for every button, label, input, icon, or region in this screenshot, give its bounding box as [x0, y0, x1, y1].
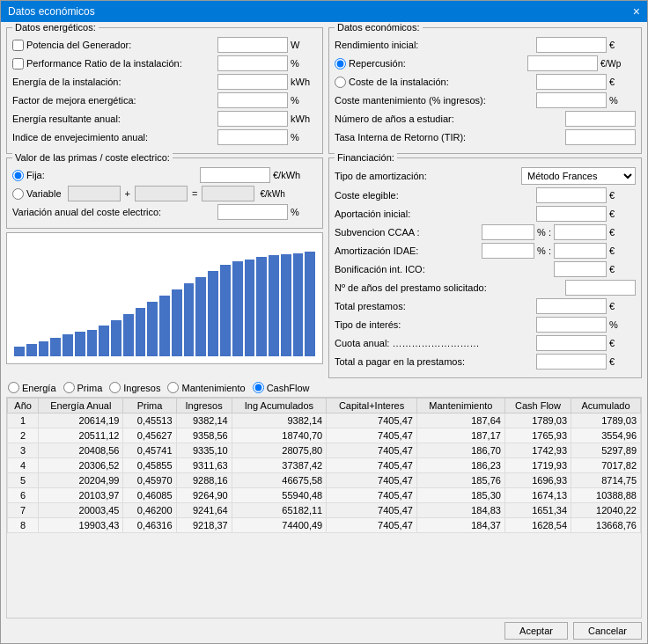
coste-mant-row: Coste mantenimiento (% ingresos): 2,00 % — [335, 92, 636, 108]
chart-radio-energía[interactable] — [8, 382, 19, 393]
chart-radio-prima[interactable] — [63, 382, 75, 393]
potencia-checkbox-label[interactable]: Potencia del Generador: — [12, 40, 217, 51]
repercusion-unit: €/Wp — [600, 59, 636, 69]
coste-eleg-label: Coste elegible: — [335, 190, 536, 201]
num-anos-prest-label: Nº de años del prestamo solicitado: — [335, 282, 565, 293]
coste-inst-radio-label[interactable]: Coste de la instalación: — [335, 77, 536, 88]
chart-radio-ingresos[interactable] — [109, 382, 121, 393]
num-anos-input[interactable]: 25,00 — [565, 111, 636, 127]
tir-input[interactable]: 0,93 — [565, 129, 636, 145]
table-cell: 7405,47 — [327, 458, 417, 473]
coste-inst-input[interactable]: 95154,80 — [536, 74, 607, 90]
data-table: AñoEnergía AnualPrimaIngresosIng Acumula… — [7, 398, 641, 533]
radio-option-energía[interactable]: Energía — [8, 382, 56, 393]
chart-area — [6, 232, 323, 364]
coste-eleg-input[interactable]: 95154,80 — [536, 187, 607, 203]
energia-input[interactable]: 20614,19 — [217, 74, 288, 90]
radio-option-mantenimiento[interactable]: Mantenimiento — [167, 382, 245, 393]
cancelar-button[interactable]: Cancelar — [573, 622, 642, 640]
performance-checkbox[interactable] — [12, 58, 24, 70]
performance-input[interactable]: 88,20 — [217, 55, 288, 71]
cuota-row: Cuota anual: ……………………… 7405,47 € — [335, 335, 636, 351]
radio-label-energía: Energía — [22, 383, 56, 393]
variacion-input[interactable]: 0,25 — [217, 204, 288, 220]
subvencion-pct-input[interactable]: 0,00 — [482, 224, 534, 240]
radio-option-prima[interactable]: Prima — [63, 382, 103, 393]
table-header-cell: Cash Flow — [504, 399, 571, 413]
variable-input3[interactable]: 0,000000 — [202, 186, 254, 201]
table-cell: 20614,19 — [39, 413, 123, 428]
fija-input[interactable]: 0,45513 — [200, 167, 270, 183]
table-cell: 9218,37 — [176, 518, 232, 533]
indice-label: Indice de envejecimiento anual: — [12, 132, 217, 143]
table-cell: 6 — [8, 488, 39, 503]
repercusion-radio-label[interactable]: Repercusión: — [335, 58, 527, 70]
table-header-cell: Mantenimiento — [416, 399, 504, 413]
fija-row: Fija: 0,45513 €/kWh — [12, 167, 317, 183]
repercusion-radio[interactable] — [335, 58, 346, 70]
aceptar-button[interactable]: Aceptar — [504, 622, 568, 640]
table-cell: 3554,96 — [571, 428, 641, 443]
tipo-interes-input[interactable]: 2,00 — [536, 317, 607, 333]
performance-checkbox-label[interactable]: Performance Ratio de la instalación: — [12, 58, 217, 70]
table-cell: 1674,13 — [504, 488, 571, 503]
energia-result-row: Energía resultante anual: 20614,19 kWh — [12, 111, 317, 127]
subvencion-value-input[interactable]: 0,00 — [554, 224, 607, 240]
amort-idae-value-input[interactable]: 0,00 — [554, 243, 607, 259]
chart-radio-cashflow[interactable] — [253, 382, 264, 393]
table-row: 220511,120,456279358,5618740,707405,4718… — [8, 428, 641, 443]
table-cell: 187,64 — [416, 413, 504, 428]
bonif-input[interactable]: 0,00 — [554, 261, 607, 277]
total-prest-input[interactable]: 95154,80 — [536, 298, 607, 314]
fija-radio[interactable] — [12, 170, 24, 181]
amort-idae-pct-input[interactable]: 0,00 — [482, 243, 534, 259]
coste-inst-row: Coste de la instalación: 95154,80 € — [335, 74, 636, 90]
num-anos-prest-input[interactable]: 15,00 — [565, 280, 636, 296]
variable-input1[interactable]: 0,000000 — [68, 186, 121, 201]
table-cell: 2 — [8, 428, 39, 443]
table-cell: 0,45970 — [123, 473, 176, 488]
amort-idae-unit: € — [609, 245, 636, 256]
close-button[interactable]: × — [633, 4, 640, 18]
fija-radio-label[interactable]: Fija: — [12, 170, 200, 181]
radio-option-ingresos[interactable]: Ingresos — [109, 382, 160, 393]
variable-radio-label[interactable]: Variable — [12, 188, 62, 200]
table-cell: 1789,03 — [571, 413, 641, 428]
cuota-input[interactable]: 7405,47 — [536, 335, 607, 351]
radio-option-cashflow[interactable]: CashFlow — [253, 382, 310, 393]
variable-plus: + — [125, 188, 130, 199]
table-cell: 12040,22 — [571, 503, 641, 518]
coste-eleg-unit: € — [609, 190, 636, 201]
variable-radio[interactable] — [12, 188, 24, 200]
variable-input2[interactable]: 0,000000 — [135, 186, 188, 201]
table-cell: 0,46085 — [123, 488, 176, 503]
table-cell: 28075,80 — [232, 443, 327, 458]
table-cell: 18740,70 — [232, 428, 327, 443]
table-cell: 9382,14 — [176, 413, 232, 428]
potencia-checkbox[interactable] — [12, 40, 24, 51]
table-header-cell: Energía Anual — [39, 399, 123, 413]
data-table-wrapper[interactable]: AñoEnergía AnualPrimaIngresosIng Acumula… — [6, 397, 642, 618]
coste-mant-input[interactable]: 2,00 — [536, 92, 607, 108]
indice-input[interactable]: 0,50 — [217, 129, 288, 145]
financiacion-group: Financiación: Tipo de amortización: Méto… — [328, 157, 642, 378]
total-pagar-input[interactable]: 111082,01 — [536, 354, 607, 370]
table-cell: 9288,16 — [176, 473, 232, 488]
total-prest-unit: € — [609, 301, 636, 311]
table-header-cell: Año — [8, 399, 39, 413]
factor-input[interactable]: 0,00 — [217, 92, 288, 108]
table-cell: 0,45741 — [123, 443, 176, 458]
rendimiento-input[interactable]: 9382,14 — [536, 37, 607, 53]
energia-result-input[interactable]: 20614,19 — [217, 111, 288, 127]
variacion-unit: % — [291, 207, 317, 217]
bonif-label: Bonificación int. ICO: — [335, 264, 554, 274]
chart-bar — [26, 344, 37, 356]
chart-radio-mantenimiento[interactable] — [167, 382, 179, 393]
potencia-input[interactable]: 11894,35 — [217, 37, 288, 53]
tipo-amort-select[interactable]: Método Frances — [521, 167, 636, 185]
repercusion-input[interactable]: 8,00 — [527, 55, 598, 71]
chart-bar — [220, 265, 231, 356]
energia-unit: kWh — [291, 77, 317, 87]
aportacion-input[interactable]: 0,00 — [536, 206, 607, 222]
coste-inst-radio[interactable] — [335, 77, 346, 88]
